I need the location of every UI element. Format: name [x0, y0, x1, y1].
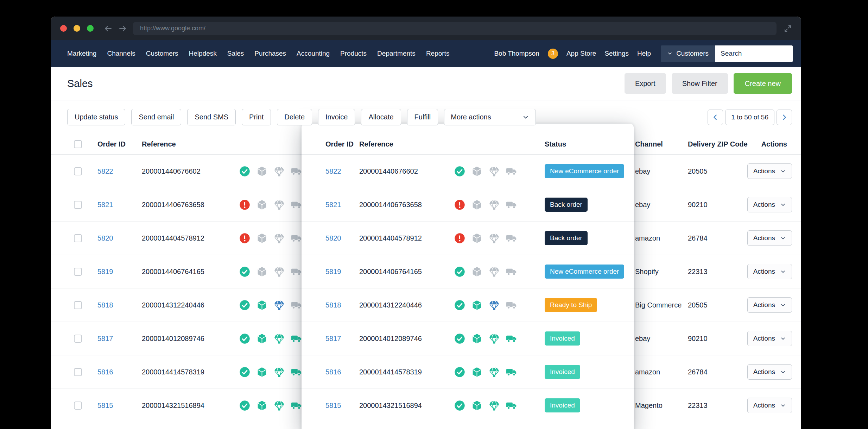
search-scope-dropdown[interactable]: Customers [661, 45, 715, 62]
row-actions-button[interactable]: Actions [747, 264, 792, 279]
row-actions-button[interactable]: Actions [747, 197, 792, 212]
column-header-order-id[interactable]: Order ID [97, 140, 141, 148]
chevron-down-icon [780, 302, 786, 308]
order-id-link[interactable]: 5821 [325, 201, 341, 209]
dropship-parachute-icon [489, 333, 500, 344]
order-id-link[interactable]: 5817 [325, 335, 341, 342]
pagination-next-button[interactable] [777, 110, 792, 125]
select-all-checkbox[interactable] [74, 140, 82, 148]
overlay-order-row: 5819 2000014406764165 New eCommerce orde… [302, 255, 634, 288]
update-status-button[interactable]: Update status [67, 109, 125, 125]
nav-item-purchases[interactable]: Purchases [254, 50, 286, 57]
column-drag-overlay[interactable]: Order ID Reference Status 5822 200001440… [302, 124, 634, 429]
row-actions-button[interactable]: Actions [747, 364, 792, 380]
nav-item-sales[interactable]: Sales [227, 50, 244, 57]
print-button[interactable]: Print [242, 109, 271, 125]
order-reference: 2000014404578912 [359, 234, 453, 242]
status-badge: Ready to Ship [545, 298, 597, 312]
row-actions-button[interactable]: Actions [747, 398, 792, 413]
order-channel: ebay [635, 335, 688, 343]
allocate-button[interactable]: Allocate [361, 109, 401, 125]
send-email-button[interactable]: Send email [131, 109, 181, 125]
window-close-button[interactable] [60, 25, 67, 32]
order-id-link[interactable]: 5818 [325, 301, 341, 309]
window-minimize-button[interactable] [74, 25, 80, 32]
row-checkbox[interactable] [74, 234, 82, 242]
row-actions-button[interactable]: Actions [747, 331, 792, 346]
pagination: 1 to 50 of 56 [708, 110, 792, 125]
nav-item-help[interactable]: Help [637, 50, 651, 57]
browser-address-bar[interactable]: http://www.google.com/ [133, 22, 777, 35]
notification-badge[interactable]: 3 [548, 49, 558, 59]
package-box-icon [471, 266, 482, 277]
window-fullscreen-button[interactable] [87, 25, 94, 32]
row-actions-button[interactable]: Actions [747, 297, 792, 313]
order-id-link[interactable]: 5820 [97, 234, 113, 242]
invoice-button[interactable]: Invoice [318, 109, 355, 125]
order-id-link[interactable]: 5815 [325, 402, 341, 409]
order-id-link[interactable]: 5820 [325, 234, 341, 242]
nav-item-helpdesk[interactable]: Helpdesk [189, 50, 217, 57]
nav-item-settings[interactable]: Settings [604, 50, 629, 57]
order-id-link[interactable]: 5816 [97, 368, 113, 376]
order-id-link[interactable]: 5822 [97, 167, 113, 175]
order-id-link[interactable]: 5816 [325, 368, 341, 376]
nav-item-products[interactable]: Products [340, 50, 367, 57]
search-input[interactable] [715, 45, 793, 62]
row-actions-label: Actions [753, 268, 775, 275]
browser-forward-button[interactable] [118, 24, 127, 33]
fulfill-button[interactable]: Fulfill [407, 109, 438, 125]
show-filter-button[interactable]: Show Filter [672, 73, 728, 94]
order-id-link[interactable]: 5821 [97, 201, 113, 209]
row-checkbox[interactable] [74, 368, 82, 376]
create-new-button[interactable]: Create new [734, 73, 792, 94]
dropship-parachute-icon [274, 199, 285, 210]
delete-button[interactable]: Delete [277, 109, 312, 125]
nav-item-channels[interactable]: Channels [107, 50, 135, 57]
order-id-link[interactable]: 5819 [325, 268, 341, 275]
status-badge: New eCommerce order [545, 265, 624, 279]
pagination-range: 1 to 50 of 56 [725, 110, 774, 125]
row-actions-button[interactable]: Actions [747, 230, 792, 246]
column-header-channel[interactable]: Channel [635, 140, 688, 148]
send-sms-button[interactable]: Send SMS [187, 109, 236, 125]
order-reference: 2000014321516894 [141, 402, 239, 410]
order-status-check-icon [454, 199, 465, 210]
order-channel: ebay [635, 201, 688, 209]
row-checkbox[interactable] [74, 201, 82, 209]
search-scope-label: Customers [676, 50, 709, 57]
nav-item-reports[interactable]: Reports [426, 50, 450, 57]
column-header-reference[interactable]: Reference [141, 140, 239, 148]
row-checkbox[interactable] [74, 301, 82, 309]
pagination-prev-button[interactable] [708, 110, 723, 125]
package-box-icon [471, 166, 482, 177]
user-menu[interactable]: Bob Thompson [494, 50, 539, 57]
export-button[interactable]: Export [625, 73, 666, 94]
order-channel: ebay [635, 167, 688, 175]
nav-item-marketing[interactable]: Marketing [67, 50, 96, 57]
chevron-down-icon [780, 369, 786, 375]
order-id-link[interactable]: 5819 [97, 268, 113, 275]
row-checkbox[interactable] [74, 268, 82, 276]
window-expand-icon[interactable] [784, 24, 792, 33]
chevron-down-icon [780, 336, 786, 342]
nav-item-app-store[interactable]: App Store [566, 50, 596, 57]
nav-item-departments[interactable]: Departments [377, 50, 416, 57]
browser-back-button[interactable] [103, 24, 113, 33]
more-actions-dropdown[interactable]: More actions [444, 109, 536, 125]
row-checkbox[interactable] [74, 402, 82, 410]
row-actions-button[interactable]: Actions [747, 163, 792, 179]
package-box-icon [256, 367, 267, 378]
order-id-link[interactable]: 5822 [325, 167, 341, 175]
order-status-check-icon [454, 367, 465, 378]
order-reference: 2000014012089746 [141, 335, 239, 343]
order-id-link[interactable]: 5817 [97, 335, 113, 342]
order-id-link[interactable]: 5818 [97, 301, 113, 309]
order-reference: 2000014312240446 [359, 301, 453, 309]
column-header-zip[interactable]: Delivery ZIP Code [688, 140, 753, 148]
row-checkbox[interactable] [74, 167, 82, 175]
nav-item-customers[interactable]: Customers [146, 50, 178, 57]
nav-item-accounting[interactable]: Accounting [297, 50, 330, 57]
order-id-link[interactable]: 5815 [97, 402, 113, 409]
row-checkbox[interactable] [74, 335, 82, 343]
